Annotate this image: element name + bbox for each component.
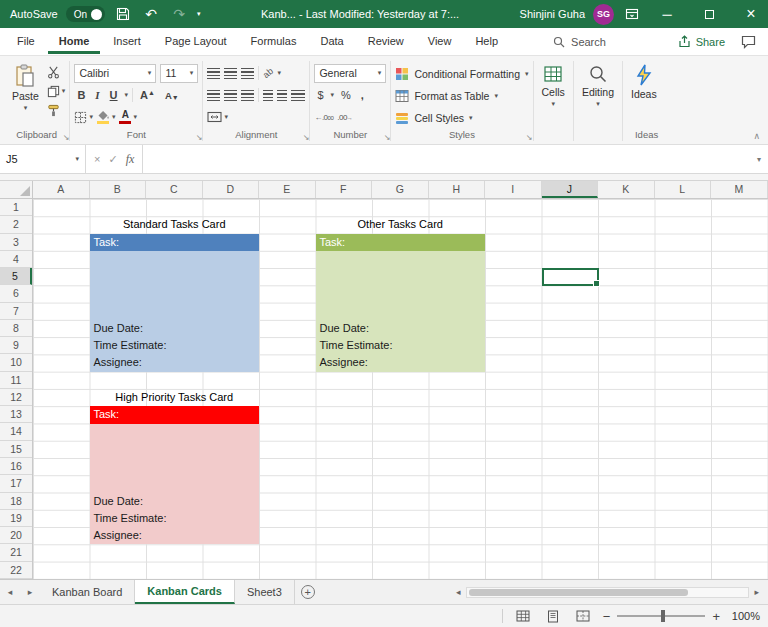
font-dialog-launcher-icon[interactable]: ↘ (196, 133, 203, 142)
sheet-tab-sheet3[interactable]: Sheet3 (235, 580, 295, 604)
quick-access-toolbar-chevron-icon[interactable]: ▾ (197, 10, 201, 18)
share-button[interactable]: Share (678, 35, 725, 48)
normal-view-icon[interactable] (513, 607, 533, 625)
card-header-high-priority[interactable]: Task: (90, 406, 260, 423)
orientation-button[interactable]: ab (261, 66, 275, 80)
font-color-button[interactable]: A▾ (119, 109, 137, 125)
scroll-left-icon[interactable]: ◂ (453, 587, 464, 597)
minimize-button[interactable]: ─ (650, 0, 684, 28)
row-header-14[interactable]: 14 (0, 423, 32, 440)
row-header-15[interactable]: 15 (0, 441, 32, 458)
due-date-label-high-priority[interactable]: Due Date: (94, 493, 144, 510)
row-header-10[interactable]: 10 (0, 354, 32, 371)
tab-help[interactable]: Help (464, 30, 509, 54)
due-date-label-other[interactable]: Due Date: (320, 320, 370, 337)
column-header-F[interactable]: F (316, 181, 373, 198)
column-header-H[interactable]: H (429, 181, 486, 198)
close-button[interactable]: × (734, 0, 768, 28)
new-sheet-button[interactable]: + (295, 580, 321, 604)
tab-page-layout[interactable]: Page Layout (154, 30, 238, 54)
increase-indent-icon[interactable] (277, 90, 287, 101)
column-header-D[interactable]: D (203, 181, 260, 198)
comments-icon[interactable] (741, 35, 756, 49)
number-dialog-launcher-icon[interactable]: ↘ (384, 133, 391, 142)
row-header-2[interactable]: 2 (0, 216, 32, 233)
time-estimate-label-standard[interactable]: Time Estimate: (94, 337, 167, 354)
cancel-icon[interactable]: × (94, 153, 100, 165)
align-bottom-icon[interactable] (241, 68, 254, 79)
tab-formulas[interactable]: Formulas (240, 30, 308, 54)
font-size-select[interactable]: 11▾ (160, 64, 198, 83)
row-header-13[interactable]: 13 (0, 406, 32, 423)
card-title-other[interactable]: Other Tasks Card (316, 216, 486, 233)
ideas-button[interactable]: Ideas (627, 60, 661, 129)
format-as-table-button[interactable]: Format as Table▾ (395, 85, 528, 106)
editing-button[interactable]: Editing ▾ (578, 60, 618, 129)
font-name-select[interactable]: Calibri▾ (74, 64, 156, 83)
ribbon-display-options-icon[interactable] (622, 4, 642, 24)
cut-button[interactable] (47, 64, 66, 80)
orientation-chevron-icon[interactable]: ▾ (277, 69, 281, 77)
row-header-22[interactable]: 22 (0, 562, 32, 579)
row-header-21[interactable]: 21 (0, 544, 32, 561)
column-header-J[interactable]: J (542, 181, 599, 198)
sheet-nav-left-icon[interactable]: ◂ (0, 580, 20, 604)
assignee-label-standard[interactable]: Assignee: (94, 354, 142, 371)
zoom-in-button[interactable]: + (712, 609, 720, 624)
page-layout-view-icon[interactable] (543, 607, 563, 625)
copy-button[interactable]: ▾ (47, 83, 66, 99)
accounting-format-button[interactable]: $ (314, 89, 326, 101)
wrap-text-icon[interactable] (291, 90, 305, 101)
row-header-18[interactable]: 18 (0, 493, 32, 510)
row-header-9[interactable]: 9 (0, 337, 32, 354)
assignee-label-other[interactable]: Assignee: (320, 354, 368, 371)
autosave-toggle[interactable]: On (66, 6, 105, 22)
alignment-dialog-launcher-icon[interactable]: ↘ (303, 133, 310, 142)
row-header-20[interactable]: 20 (0, 527, 32, 544)
align-right-icon[interactable] (241, 90, 254, 101)
percent-style-button[interactable]: % (338, 89, 354, 101)
row-header-7[interactable]: 7 (0, 303, 32, 320)
scroll-right-icon[interactable]: ▸ (751, 587, 762, 597)
zoom-slider-handle[interactable] (661, 610, 665, 622)
sheet-nav-right-icon[interactable]: ▸ (20, 580, 40, 604)
column-header-B[interactable]: B (90, 181, 147, 198)
collapse-ribbon-icon[interactable]: ∧ (753, 131, 760, 141)
row-header-11[interactable]: 11 (0, 372, 32, 389)
conditional-formatting-button[interactable]: Conditional Formatting▾ (395, 63, 528, 84)
column-header-L[interactable]: L (655, 181, 712, 198)
row-header-5[interactable]: 5 (0, 268, 32, 285)
row-header-12[interactable]: 12 (0, 389, 32, 406)
italic-button[interactable]: I (92, 89, 102, 101)
tab-file[interactable]: File (6, 30, 46, 54)
decrease-font-size-button[interactable]: A▼ (162, 90, 182, 101)
sheet-tab-kanban-board[interactable]: Kanban Board (40, 580, 135, 604)
column-header-G[interactable]: G (372, 181, 429, 198)
column-header-I[interactable]: I (485, 181, 542, 198)
undo-icon[interactable]: ↶ (141, 4, 161, 24)
due-date-label-standard[interactable]: Due Date: (94, 320, 144, 337)
clipboard-dialog-launcher-icon[interactable]: ↘ (63, 133, 70, 142)
zoom-slider[interactable] (617, 615, 705, 617)
time-estimate-label-high-priority[interactable]: Time Estimate: (94, 510, 167, 527)
tab-insert[interactable]: Insert (102, 30, 152, 54)
decrease-indent-icon[interactable] (263, 90, 273, 101)
row-header-8[interactable]: 8 (0, 320, 32, 337)
align-top-icon[interactable] (207, 68, 220, 79)
paste-button[interactable]: Paste ▾ (8, 60, 43, 129)
decrease-decimal-button[interactable]: .00→ (337, 113, 352, 122)
number-format-select[interactable]: General▾ (314, 64, 386, 83)
row-header-6[interactable]: 6 (0, 285, 32, 302)
tab-data[interactable]: Data (309, 30, 354, 54)
insert-function-button[interactable]: fx (126, 152, 135, 167)
cell-styles-button[interactable]: Cell Styles▾ (395, 107, 528, 128)
align-center-icon[interactable] (224, 90, 237, 101)
formula-bar-expand-icon[interactable]: ▾ (750, 145, 768, 173)
row-header-17[interactable]: 17 (0, 475, 32, 492)
row-header-16[interactable]: 16 (0, 458, 32, 475)
save-icon[interactable] (113, 4, 133, 24)
card-header-other[interactable]: Task: (316, 234, 486, 251)
row-header-4[interactable]: 4 (0, 251, 32, 268)
increase-decimal-button[interactable]: ←.000 (314, 113, 333, 122)
selected-cell-J5[interactable] (542, 268, 600, 286)
